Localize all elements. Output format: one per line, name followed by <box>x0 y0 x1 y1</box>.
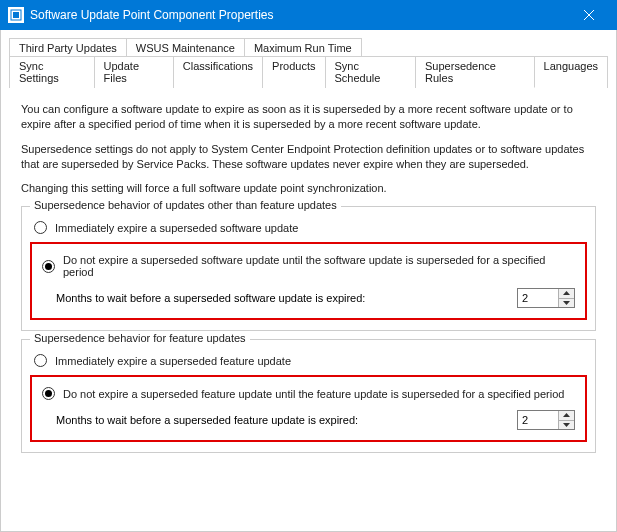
svg-marker-7 <box>563 423 570 427</box>
window-title: Software Update Point Component Properti… <box>30 8 273 22</box>
svg-rect-1 <box>13 12 19 18</box>
months-wait-feature-row: Months to wait before a superseded featu… <box>56 410 575 430</box>
tab-classifications[interactable]: Classifications <box>174 56 263 88</box>
intro-p2: Supersedence settings do not apply to Sy… <box>21 142 596 172</box>
titlebar: Software Update Point Component Properti… <box>0 0 617 30</box>
radio-icon <box>34 354 47 367</box>
spinner-value[interactable]: 2 <box>518 411 558 429</box>
group-non-feature-legend: Supersedence behavior of updates other t… <box>30 199 341 211</box>
spinner-value[interactable]: 2 <box>518 289 558 307</box>
spinner-buttons <box>558 289 574 307</box>
radio-wait-feature[interactable]: Do not expire a superseded feature updat… <box>42 387 579 400</box>
tab-products[interactable]: Products <box>263 56 325 88</box>
radio-icon <box>42 260 55 273</box>
svg-marker-5 <box>563 301 570 305</box>
group-non-feature: Supersedence behavior of updates other t… <box>21 206 596 331</box>
radio-immediate-feature[interactable]: Immediately expire a superseded feature … <box>34 354 587 367</box>
radio-label: Do not expire a superseded feature updat… <box>63 388 564 400</box>
svg-marker-6 <box>563 413 570 417</box>
window-body: Third Party Updates WSUS Maintenance Max… <box>0 30 617 532</box>
highlight-feature: Do not expire a superseded feature updat… <box>30 375 587 442</box>
months-wait-software-row: Months to wait before a superseded softw… <box>56 288 575 308</box>
radio-wait-software[interactable]: Do not expire a superseded software upda… <box>42 254 579 278</box>
radio-icon <box>42 387 55 400</box>
group-feature-legend: Supersedence behavior for feature update… <box>30 332 250 344</box>
highlight-non-feature: Do not expire a superseded software upda… <box>30 242 587 320</box>
close-button[interactable] <box>569 0 609 30</box>
radio-immediate-software[interactable]: Immediately expire a superseded software… <box>34 221 587 234</box>
intro-p3: Changing this setting will force a full … <box>21 181 596 196</box>
months-wait-feature-spinner[interactable]: 2 <box>517 410 575 430</box>
tab-maximum-run-time[interactable]: Maximum Run Time <box>245 38 362 57</box>
months-wait-software-spinner[interactable]: 2 <box>517 288 575 308</box>
tab-content: You can configure a software update to e… <box>9 88 608 473</box>
intro-p1: You can configure a software update to e… <box>21 102 596 132</box>
radio-label: Immediately expire a superseded software… <box>55 222 298 234</box>
tab-languages[interactable]: Languages <box>535 56 608 88</box>
tab-update-files[interactable]: Update Files <box>95 56 174 88</box>
titlebar-left: Software Update Point Component Properti… <box>8 7 273 23</box>
radio-label: Do not expire a superseded software upda… <box>63 254 579 278</box>
svg-marker-4 <box>563 291 570 295</box>
radio-label: Immediately expire a superseded feature … <box>55 355 291 367</box>
tab-sync-schedule[interactable]: Sync Schedule <box>326 56 417 88</box>
tab-wsus-maintenance[interactable]: WSUS Maintenance <box>127 38 245 57</box>
app-icon <box>8 7 24 23</box>
tab-supersedence-rules[interactable]: Supersedence Rules <box>416 56 535 88</box>
spinner-up-icon[interactable] <box>559 289 574 298</box>
months-wait-feature-label: Months to wait before a superseded featu… <box>56 414 358 426</box>
tab-third-party-updates[interactable]: Third Party Updates <box>9 38 127 57</box>
spinner-down-icon[interactable] <box>559 298 574 308</box>
spinner-buttons <box>558 411 574 429</box>
tabs: Third Party Updates WSUS Maintenance Max… <box>9 38 608 88</box>
radio-icon <box>34 221 47 234</box>
tab-sync-settings[interactable]: Sync Settings <box>9 56 95 88</box>
months-wait-software-label: Months to wait before a superseded softw… <box>56 292 365 304</box>
spinner-up-icon[interactable] <box>559 411 574 420</box>
spinner-down-icon[interactable] <box>559 420 574 430</box>
group-feature: Supersedence behavior for feature update… <box>21 339 596 453</box>
